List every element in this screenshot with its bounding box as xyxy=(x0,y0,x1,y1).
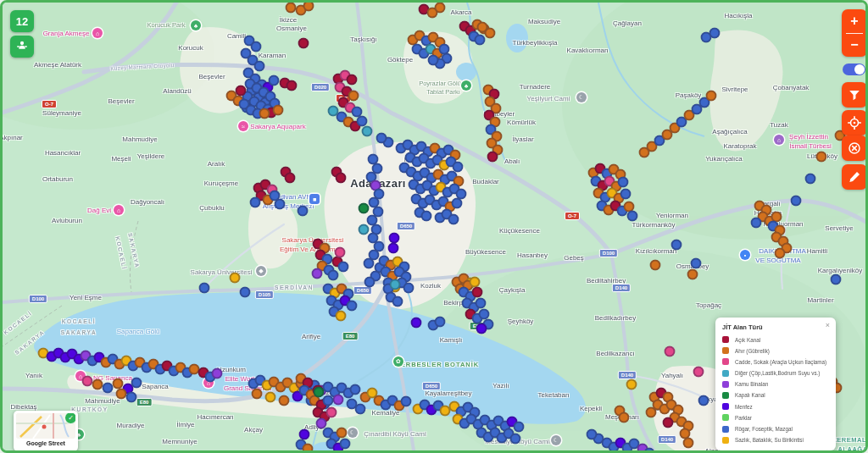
legend-close-icon[interactable]: × xyxy=(826,322,830,329)
map-marker[interactable] xyxy=(470,277,481,288)
map-marker[interactable] xyxy=(435,3,446,14)
map-marker[interactable] xyxy=(230,273,241,284)
map-marker[interactable] xyxy=(775,248,786,259)
map-marker[interactable] xyxy=(275,199,286,210)
map-marker[interactable] xyxy=(131,378,142,389)
map-marker[interactable] xyxy=(390,279,401,290)
map-marker[interactable] xyxy=(751,218,762,229)
map-marker[interactable] xyxy=(627,211,638,222)
map-marker[interactable] xyxy=(355,404,366,415)
map-marker[interactable] xyxy=(428,55,439,66)
map-marker[interactable] xyxy=(285,173,296,184)
shopping-icon[interactable]: ■ xyxy=(309,194,320,204)
map-marker[interactable] xyxy=(265,392,276,403)
map-marker[interactable] xyxy=(335,247,346,258)
map-marker[interactable] xyxy=(364,258,375,269)
map-marker[interactable] xyxy=(663,417,674,428)
map-marker[interactable] xyxy=(510,434,521,445)
map-marker[interactable] xyxy=(388,243,399,254)
map-marker[interactable] xyxy=(314,387,325,398)
map-marker[interactable] xyxy=(364,277,376,288)
map-marker[interactable] xyxy=(403,283,415,294)
map-marker[interactable] xyxy=(347,301,358,312)
map-marker[interactable] xyxy=(254,61,265,72)
map-marker[interactable] xyxy=(619,412,630,423)
map-marker[interactable] xyxy=(286,3,297,14)
zoom-out-button[interactable]: − xyxy=(842,34,867,58)
map-marker[interactable] xyxy=(476,298,487,309)
map-marker[interactable] xyxy=(644,448,655,453)
map-marker[interactable] xyxy=(487,152,498,163)
map-marker[interactable] xyxy=(671,240,682,251)
map-marker[interactable] xyxy=(411,318,422,329)
map-marker[interactable] xyxy=(816,152,827,163)
map-marker[interactable] xyxy=(199,283,210,294)
mosque-icon[interactable]: ☾ xyxy=(348,428,358,438)
venue-icon[interactable]: ⌂ xyxy=(92,28,103,38)
zoom-in-button[interactable]: + xyxy=(842,9,867,33)
map-marker[interactable] xyxy=(328,106,339,117)
map-marker[interactable] xyxy=(477,22,488,33)
map-marker[interactable] xyxy=(665,346,676,357)
map-marker[interactable] xyxy=(791,196,802,207)
street-view-button[interactable] xyxy=(10,36,34,58)
map-marker[interactable] xyxy=(831,274,842,285)
map-marker[interactable] xyxy=(646,407,657,418)
map-marker[interactable] xyxy=(401,396,412,407)
map-marker[interactable] xyxy=(587,429,598,440)
map-marker[interactable] xyxy=(259,108,270,119)
garden-icon[interactable]: ✿ xyxy=(393,356,403,367)
map-marker[interactable] xyxy=(348,91,359,102)
map-marker[interactable] xyxy=(687,269,698,280)
map-marker[interactable] xyxy=(691,258,702,269)
map-marker[interactable] xyxy=(326,407,337,418)
map-marker[interactable] xyxy=(618,177,629,188)
map-marker[interactable] xyxy=(126,392,137,403)
map-marker[interactable] xyxy=(693,367,704,378)
map-marker[interactable] xyxy=(328,270,339,281)
filter-button[interactable] xyxy=(842,82,867,108)
map-marker[interactable] xyxy=(514,422,525,433)
lodging-icon[interactable]: ⌂ xyxy=(114,205,124,215)
map-marker[interactable] xyxy=(706,91,717,102)
map-marker[interactable] xyxy=(287,80,298,91)
map-marker[interactable] xyxy=(376,133,387,144)
map-marker[interactable] xyxy=(240,287,251,298)
map-marker[interactable] xyxy=(303,1,314,12)
basemap-thumbnail[interactable]: ✓ Google Street xyxy=(14,411,78,451)
map-marker[interactable] xyxy=(475,35,486,46)
map-marker[interactable] xyxy=(421,211,432,222)
map-marker[interactable] xyxy=(362,126,373,137)
map-marker[interactable] xyxy=(683,438,694,449)
map-marker[interactable] xyxy=(303,444,314,453)
map-marker[interactable] xyxy=(698,395,709,406)
map-marker[interactable] xyxy=(448,214,459,225)
map-marker[interactable] xyxy=(452,198,463,209)
clear-selection-button[interactable] xyxy=(842,135,867,161)
map-marker[interactable] xyxy=(350,384,361,395)
map-marker[interactable] xyxy=(805,174,816,185)
map-marker[interactable] xyxy=(709,28,721,39)
map-marker[interactable] xyxy=(269,75,280,86)
map-marker[interactable] xyxy=(392,296,403,307)
layer-toggle-switch[interactable] xyxy=(843,64,865,75)
map-marker[interactable] xyxy=(236,86,247,97)
map-marker[interactable] xyxy=(340,439,351,450)
locate-button[interactable] xyxy=(842,110,867,135)
tomb-icon[interactable]: ⌂ xyxy=(774,135,784,145)
map-marker[interactable] xyxy=(273,105,284,116)
map-marker[interactable] xyxy=(252,389,263,400)
park-icon[interactable]: ♣ xyxy=(461,80,471,91)
map-marker[interactable] xyxy=(250,197,261,208)
map-marker[interactable] xyxy=(338,262,349,273)
map-marker[interactable] xyxy=(212,368,223,379)
map-marker[interactable] xyxy=(347,75,358,86)
mosque-icon[interactable]: ☾ xyxy=(551,435,561,445)
map-marker[interactable] xyxy=(336,311,347,322)
map-marker[interactable] xyxy=(298,206,309,217)
map-marker[interactable] xyxy=(435,317,446,328)
map-marker[interactable] xyxy=(312,268,323,279)
map-marker[interactable] xyxy=(472,287,483,298)
map-marker[interactable] xyxy=(620,189,632,200)
map-marker[interactable] xyxy=(251,41,262,52)
